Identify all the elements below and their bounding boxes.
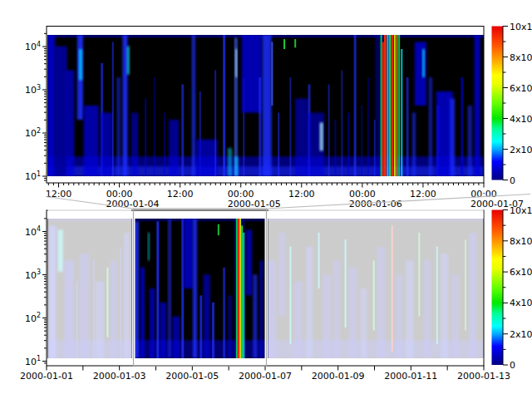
svg-text:104: 104 <box>25 225 41 238</box>
svg-text:12:00: 12:00 <box>288 189 315 200</box>
top-plot-xaxis <box>48 183 484 188</box>
svg-text:2000-01-05: 2000-01-05 <box>228 199 281 209</box>
svg-text:2x107: 2x107 <box>510 143 532 155</box>
svg-text:0: 0 <box>510 360 515 371</box>
top-plot[interactable]: 10410310210112:0000:002000-01-0412:0000:… <box>25 27 524 209</box>
top-plot-spectrogram[interactable] <box>47 35 484 176</box>
svg-text:2000-01-09: 2000-01-09 <box>312 371 365 382</box>
svg-text:2000-01-11: 2000-01-11 <box>384 371 437 382</box>
svg-text:2000-01-03: 2000-01-03 <box>93 371 146 382</box>
svg-text:102: 102 <box>25 312 41 324</box>
bottom-plot-xaxis <box>47 366 484 371</box>
svg-text:101: 101 <box>25 355 41 367</box>
bottom-colorbar[interactable]: 02x1074x1076x1078x10710x107 <box>492 204 532 371</box>
figure-canvas: 10410310210112:0000:002000-01-0412:0000:… <box>0 0 532 399</box>
svg-text:2000-01-01: 2000-01-01 <box>20 371 73 382</box>
svg-text:6x107: 6x107 <box>510 81 532 94</box>
svg-text:2x107: 2x107 <box>510 328 532 340</box>
svg-text:2000-01-04: 2000-01-04 <box>106 199 160 209</box>
svg-text:2000-01-05: 2000-01-05 <box>165 371 219 382</box>
svg-text:12:00: 12:00 <box>167 189 194 200</box>
svg-text:4x107: 4x107 <box>510 112 532 125</box>
svg-text:103: 103 <box>25 268 41 281</box>
svg-text:12:00: 12:00 <box>410 189 436 200</box>
svg-text:2000-01-07: 2000-01-07 <box>239 371 292 382</box>
context-dim-overlay-right <box>268 209 484 359</box>
svg-text:10x107: 10x107 <box>510 204 532 216</box>
svg-text:8x107: 8x107 <box>510 234 532 247</box>
spectrogram-figure: 10410310210112:0000:002000-01-0412:0000:… <box>0 0 532 399</box>
bottom-plot-yaxis: 104103102101 <box>25 219 47 367</box>
context-dim-overlay-left <box>48 209 132 359</box>
svg-text:6x107: 6x107 <box>510 266 532 278</box>
svg-text:103: 103 <box>25 84 41 96</box>
top-plot-yaxis: 104103102101 <box>25 33 47 182</box>
svg-text:10x107: 10x107 <box>510 20 532 32</box>
svg-text:2000-01-13: 2000-01-13 <box>457 371 510 382</box>
svg-text:102: 102 <box>25 127 41 140</box>
svg-text:104: 104 <box>25 41 41 53</box>
svg-text:4x107: 4x107 <box>510 297 532 309</box>
svg-text:8x107: 8x107 <box>510 51 532 63</box>
top-colorbar[interactable]: 02x1074x1076x1078x10710x107 <box>492 20 532 186</box>
bottom-plot-xaxis-labels: 2000-01-012000-01-032000-01-052000-01-07… <box>20 371 510 382</box>
svg-text:101: 101 <box>25 170 41 183</box>
svg-text:0: 0 <box>510 175 515 186</box>
